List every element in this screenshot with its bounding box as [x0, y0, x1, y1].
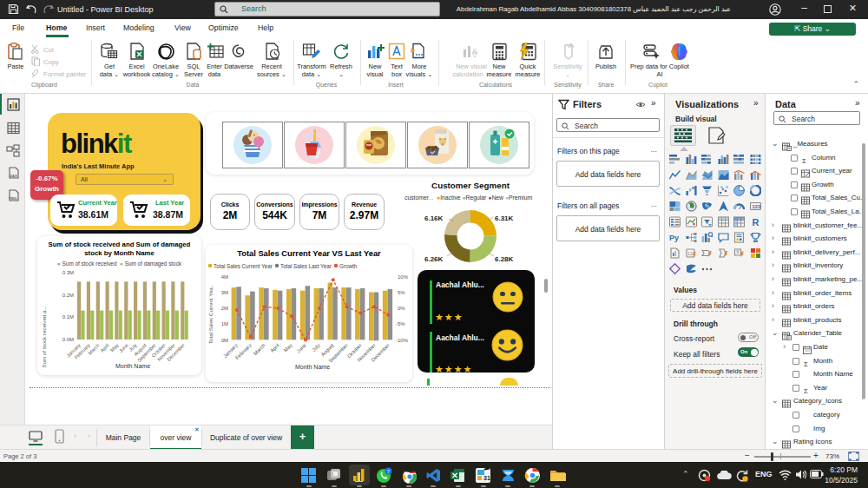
svg-text:March: March [87, 342, 100, 355]
svg-text:May: May [283, 342, 293, 353]
svg-text:-10%: -10% [396, 338, 409, 343]
svg-text:Month Name: Month Name [295, 364, 330, 370]
svg-text:June: June [296, 342, 307, 353]
svg-text:April: April [100, 342, 110, 353]
svg-text:6.26K: 6.26K [424, 255, 444, 263]
svg-text:-5%: -5% [396, 321, 405, 326]
svg-text:March: March [253, 342, 266, 356]
svg-text:Total Sales Current Yea..: Total Sales Current Yea.. [207, 285, 214, 344]
svg-text:4M: 4M [221, 274, 228, 280]
svg-text:6.16K: 6.16K [424, 214, 444, 222]
svg-text:0%: 0% [398, 306, 405, 311]
svg-text:7: 7 [387, 469, 390, 474]
svg-text:31: 31 [483, 475, 490, 481]
svg-text:0.2M: 0.2M [62, 293, 74, 298]
svg-text:2M: 2M [221, 306, 228, 311]
svg-text:Total Sales Current Year: Total Sales Current Year [214, 263, 273, 269]
svg-text:12: 12 [687, 251, 693, 256]
svg-text:DAX: DAX [10, 174, 17, 178]
svg-text:5%: 5% [398, 290, 405, 295]
svg-text:10%: 10% [398, 274, 409, 280]
svg-text:3M: 3M [221, 290, 228, 295]
svg-text:Growth: Growth [339, 263, 358, 269]
svg-text:Total Sales Last Year: Total Sales Last Year [280, 263, 332, 269]
svg-text:Sum of stock received a...: Sum of stock received a... [41, 306, 47, 367]
svg-text:1M: 1M [221, 321, 228, 326]
svg-text:6.28K: 6.28K [495, 255, 514, 263]
svg-text:0M: 0M [221, 338, 228, 343]
svg-text:0.0M: 0.0M [62, 337, 74, 342]
svg-text:fx: fx [472, 49, 478, 56]
svg-text:April: April [269, 342, 279, 353]
svg-text:123: 123 [752, 204, 761, 209]
svg-text:Py: Py [669, 234, 679, 242]
svg-text:0.1M: 0.1M [62, 314, 74, 320]
svg-text:0.3M: 0.3M [62, 270, 74, 275]
svg-text:R: R [752, 217, 759, 228]
svg-text:TMDL: TMDL [9, 197, 18, 201]
svg-text:6.31K: 6.31K [495, 214, 514, 222]
svg-text:July: July [311, 342, 321, 353]
svg-text:Month Name: Month Name [115, 363, 150, 369]
